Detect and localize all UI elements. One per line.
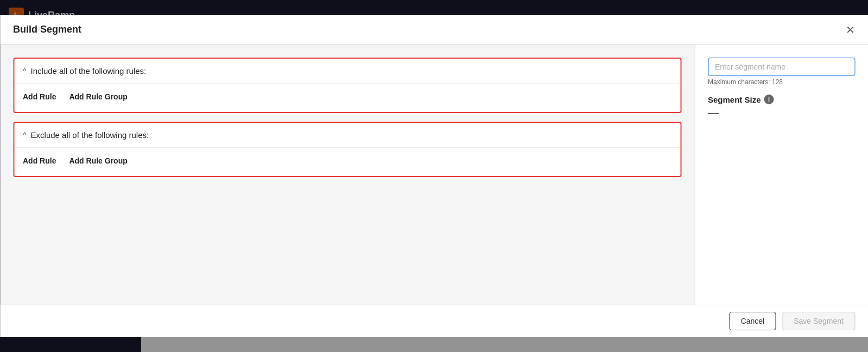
- modal-body: ^ Include all of the following rules: Ad…: [0, 45, 868, 305]
- segment-name-field-group: Maximum characters: 128: [708, 58, 855, 86]
- include-section-header[interactable]: ^ Include all of the following rules:: [14, 59, 680, 83]
- exclude-add-rule-button[interactable]: Add Rule: [23, 154, 56, 167]
- segment-size-group: Segment Size i —: [708, 95, 855, 119]
- include-chevron-icon: ^: [23, 67, 27, 76]
- exclude-rule-section: ^ Exclude all of the following rules: Ad…: [13, 122, 681, 177]
- include-section-body: Add Rule Add Rule Group: [14, 83, 680, 112]
- include-section-title: Include all of the following rules:: [31, 66, 147, 76]
- include-add-rule-group-button[interactable]: Add Rule Group: [69, 90, 127, 103]
- modal-footer: Cancel Save Segment: [0, 305, 868, 337]
- rule-builder-area: ^ Include all of the following rules: Ad…: [0, 45, 694, 305]
- close-icon: ✕: [846, 24, 855, 36]
- include-add-rule-button[interactable]: Add Rule: [23, 90, 56, 103]
- segment-size-value: —: [708, 106, 855, 119]
- exclude-add-rule-group-button[interactable]: Add Rule Group: [69, 154, 127, 167]
- segment-size-label: Segment Size i: [708, 95, 855, 104]
- segment-config-panel: Maximum characters: 128 Segment Size i —: [694, 45, 868, 305]
- segment-size-info-icon[interactable]: i: [764, 95, 774, 104]
- segment-name-input[interactable]: [708, 58, 855, 76]
- exclude-chevron-icon: ^: [23, 131, 27, 140]
- modal-title: Build Segment: [13, 24, 81, 35]
- max-chars-hint: Maximum characters: 128: [708, 78, 855, 86]
- exclude-section-title: Exclude all of the following rules:: [31, 130, 149, 140]
- modal-close-button[interactable]: ✕: [846, 24, 855, 35]
- cancel-button[interactable]: Cancel: [730, 312, 776, 330]
- save-segment-button[interactable]: Save Segment: [782, 312, 855, 330]
- modal-header: Build Segment ✕: [0, 15, 868, 45]
- exclude-section-body: Add Rule Add Rule Group: [14, 147, 680, 176]
- build-segment-modal: Build Segment ✕ ^ Include all of the fol…: [0, 15, 868, 337]
- exclude-section-header[interactable]: ^ Exclude all of the following rules:: [14, 123, 680, 147]
- include-rule-section: ^ Include all of the following rules: Ad…: [13, 58, 681, 113]
